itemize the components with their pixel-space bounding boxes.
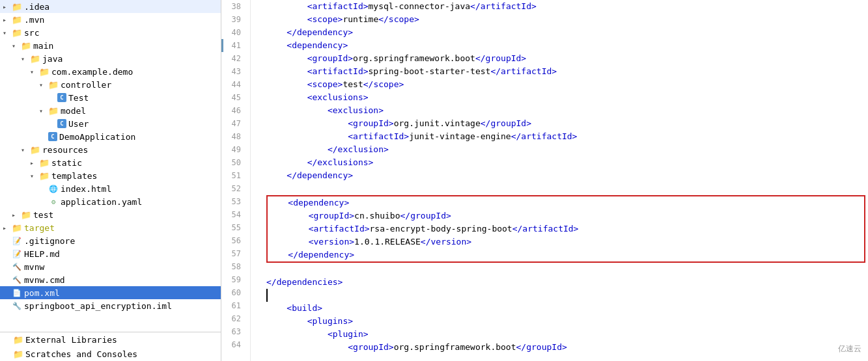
code-line-47: <groupId>org.junit.vintage</groupId> — [266, 117, 868, 130]
sidebar-item-Test[interactable]: CTest — [0, 91, 221, 104]
line-num-41: 41 — [221, 39, 245, 52]
sidebar-item-User[interactable]: CUser — [0, 117, 221, 130]
code-area[interactable]: <artifactId>mysql-connector-java</artifa… — [264, 0, 868, 361]
line-num-60: 60 — [221, 286, 245, 299]
line-num-39: 39 — [221, 13, 245, 26]
line-num-48: 48 — [221, 130, 245, 143]
code-line-39: <scope>runtime</scope> — [266, 13, 868, 26]
code-line-44: <scope>test</scope> — [266, 78, 868, 91]
sidebar-item-controller[interactable]: 📁controller — [0, 78, 221, 91]
sidebar-item-application.yaml[interactable]: ⚙application.yaml — [0, 195, 221, 208]
sidebar-footer: 📁 External Libraries 📁 Scratches and Con… — [0, 332, 221, 361]
arrow-templates — [30, 172, 39, 180]
code-line-42: <groupId>org.springframework.boot</group… — [266, 52, 868, 65]
line-num-58: 58 — [221, 260, 245, 273]
arrow-resources — [21, 146, 30, 154]
arrow-java — [21, 55, 30, 62]
ext-lib-icon: 📁 — [13, 334, 23, 345]
line-num-42: 42 — [221, 52, 245, 65]
code-line-49: </exclusion> — [266, 143, 868, 156]
code-line-43: <artifactId>spring-boot-starter-test</ar… — [266, 65, 868, 78]
sidebar-item-pomxml[interactable]: 📄pom.xml — [0, 286, 221, 299]
label-resources: resources — [42, 145, 88, 155]
sidebar-item-mvnw[interactable]: 🔨mvnw — [0, 260, 221, 273]
code-editor[interactable]: 3839404142434445464748495051525354555657… — [221, 0, 868, 361]
label-controller: controller — [61, 80, 111, 90]
ext-lib-label: External Libraries — [25, 335, 117, 345]
arrow-static — [30, 159, 39, 167]
line-num-57: 57 — [221, 247, 245, 260]
sidebar-item-DemoApplication[interactable]: CDemoApplication — [0, 130, 221, 143]
sidebar-item-templates[interactable]: 📁templates — [0, 169, 221, 182]
label-src: src — [24, 28, 39, 38]
code-line-52 — [266, 182, 868, 195]
arrow-target — [3, 224, 12, 232]
arrow-com — [30, 68, 39, 75]
code-line-48: <artifactId>junit-vintage-engine</artifa… — [266, 130, 868, 143]
label-pomxml: pom.xml — [24, 288, 60, 298]
code-line-41: <dependency> — [266, 39, 868, 52]
highlighted-dependency-box: <dependency> <groupId>cn.shuibo</groupId… — [266, 195, 865, 263]
label-DemoApplication: DemoApplication — [59, 132, 135, 142]
label-gitignore: .gitignore — [24, 236, 75, 246]
label-HELP: HELP.md — [24, 249, 60, 259]
label-templates: templates — [51, 171, 97, 181]
file-tree: 📁.idea📁.mvn📁src📁main📁java📁com.example.de… — [0, 0, 221, 361]
arrow-main — [12, 42, 21, 49]
line-num-47: 47 — [221, 117, 245, 130]
arrow-mvn — [3, 16, 12, 23]
line-num-54: 54 — [221, 208, 245, 221]
line-num-44: 44 — [221, 78, 245, 91]
label-model: model — [61, 106, 86, 116]
code-line-62: <plugins> — [266, 315, 868, 328]
arrow-model — [39, 107, 48, 114]
sidebar-item-mvn[interactable]: 📁.mvn — [0, 13, 221, 26]
sidebar-item-gitignore[interactable]: 📝.gitignore — [0, 234, 221, 247]
scratches-icon: 📁 — [13, 349, 23, 359]
sidebar-item-HELP[interactable]: 📝HELP.md — [0, 247, 221, 260]
code-line-59: </dependencies> — [266, 276, 868, 289]
external-libraries-item[interactable]: 📁 External Libraries — [0, 332, 221, 347]
line-num-63: 63 — [221, 325, 245, 338]
line-num-56: 56 — [221, 234, 245, 247]
sidebar-item-target[interactable]: 📁target — [0, 221, 221, 234]
line-num-43: 43 — [221, 65, 245, 78]
sidebar-item-test[interactable]: 📁test — [0, 208, 221, 221]
line-num-40: 40 — [221, 26, 245, 39]
code-line-45: <exclusions> — [266, 91, 868, 104]
code-line-61: <build> — [266, 302, 868, 315]
sidebar-item-model[interactable]: 📁model — [0, 104, 221, 117]
label-mvn: .mvn — [24, 15, 44, 25]
label-mvnw: mvnw — [24, 262, 44, 272]
label-application.yaml: application.yaml — [61, 197, 142, 207]
sidebar-item-static[interactable]: 📁static — [0, 156, 221, 169]
line-num-49: 49 — [221, 143, 245, 156]
code-line-46: <exclusion> — [266, 104, 868, 117]
sidebar-item-resources[interactable]: 📁resources — [0, 143, 221, 156]
line-num-59: 59 — [221, 273, 245, 286]
sidebar-item-src[interactable]: 📁src — [0, 26, 221, 39]
code-line-55: <artifactId>rsa-encrypt-body-spring-boot… — [268, 222, 864, 235]
editor-content: 3839404142434445464748495051525354555657… — [221, 0, 868, 361]
line-numbers: 3839404142434445464748495051525354555657… — [221, 0, 251, 361]
sidebar-item-index.html[interactable]: 🌐index.html — [0, 182, 221, 195]
scratches-label: Scratches and Consoles — [25, 349, 137, 359]
sidebar-item-com[interactable]: 📁com.example.demo — [0, 65, 221, 78]
sidebar-item-main[interactable]: 📁main — [0, 39, 221, 52]
label-com: com.example.demo — [51, 67, 133, 77]
code-line-50: </exclusions> — [266, 156, 868, 169]
sidebar-item-java[interactable]: 📁java — [0, 52, 221, 65]
line-num-64: 64 — [221, 338, 245, 351]
sidebar-item-mvnwcmd[interactable]: 🔨mvnw.cmd — [0, 273, 221, 286]
line-num-61: 61 — [221, 299, 245, 312]
label-java: java — [42, 54, 63, 64]
scratches-item[interactable]: 📁 Scratches and Consoles — [0, 347, 221, 361]
code-line-60 — [266, 289, 868, 302]
label-main: main — [33, 41, 53, 51]
sidebar-item-idea[interactable]: 📁.idea — [0, 0, 221, 13]
label-Test: Test — [68, 93, 89, 103]
tree-container: 📁.idea📁.mvn📁src📁main📁java📁com.example.de… — [0, 0, 221, 312]
sidebar-item-iml[interactable]: 🔧springboot_api_encryption.iml — [0, 299, 221, 312]
line-num-45: 45 — [221, 91, 245, 104]
label-iml: springboot_api_encryption.iml — [24, 301, 172, 311]
